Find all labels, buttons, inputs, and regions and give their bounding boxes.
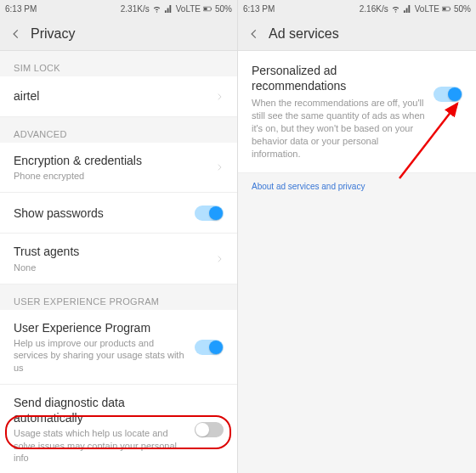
status-bar: 6:13 PM 2.16K/s VoLTE 50% bbox=[238, 0, 476, 17]
page-title: Privacy bbox=[31, 26, 75, 42]
row-user-experience-program[interactable]: User Experience Program Help us improve … bbox=[0, 310, 237, 385]
status-battery-pct: 50% bbox=[454, 4, 471, 14]
row-airtel[interactable]: airtel bbox=[0, 76, 237, 117]
about-ad-services-link[interactable]: About ad services and privacy bbox=[238, 173, 476, 200]
row-title: User Experience Program bbox=[14, 320, 188, 335]
svg-rect-4 bbox=[450, 8, 450, 9]
row-title: Trust agents bbox=[14, 244, 208, 259]
battery-icon bbox=[442, 4, 451, 14]
row-trust-agents[interactable]: Trust agents None bbox=[0, 234, 237, 284]
toggle-show-passwords[interactable] bbox=[195, 206, 224, 221]
header: Privacy bbox=[0, 17, 237, 51]
header: Ad services bbox=[238, 17, 476, 51]
row-title: Show passwords bbox=[14, 206, 188, 221]
chevron-left-icon bbox=[10, 28, 22, 40]
wifi-icon bbox=[391, 4, 400, 14]
section-advanced: ADVANCED bbox=[0, 117, 237, 143]
chevron-right-icon bbox=[215, 160, 224, 175]
signal-icon bbox=[164, 4, 173, 14]
row-personalized-ads[interactable]: Personalized ad recommendations When the… bbox=[238, 51, 476, 173]
row-subtitle: Usage stats which help us locate and sol… bbox=[14, 427, 188, 464]
page-title: Ad services bbox=[269, 26, 339, 42]
phone-privacy: 6:13 PM 2.31K/s VoLTE 50% Privacy SIM LO… bbox=[0, 0, 238, 473]
toggle-personalized-ads[interactable] bbox=[434, 87, 462, 102]
signal-icon bbox=[403, 4, 412, 14]
status-time: 6:13 PM bbox=[5, 4, 37, 14]
status-battery-pct: 50% bbox=[215, 4, 232, 14]
chevron-left-icon bbox=[248, 28, 260, 40]
row-subtitle: Phone encrypted bbox=[14, 170, 208, 182]
status-netspeed: 2.31K/s bbox=[121, 4, 150, 14]
status-bar: 6:13 PM 2.31K/s VoLTE 50% bbox=[0, 0, 237, 17]
row-title: Personalized ad recommendations bbox=[252, 63, 425, 93]
row-title: airtel bbox=[14, 88, 208, 104]
chevron-right-icon bbox=[215, 89, 224, 104]
chevron-right-icon bbox=[215, 251, 224, 267]
back-button[interactable] bbox=[7, 25, 26, 43]
status-volte: VoLTE bbox=[176, 4, 201, 14]
row-subtitle: None bbox=[14, 262, 208, 273]
status-right: 2.31K/s VoLTE 50% bbox=[121, 4, 232, 14]
section-uep: USER EXPERIENCE PROGRAM bbox=[0, 284, 237, 310]
back-button[interactable] bbox=[245, 25, 264, 43]
section-sim-lock: SIM LOCK bbox=[0, 51, 237, 76]
toggle-diagnostic[interactable] bbox=[195, 422, 224, 437]
svg-rect-2 bbox=[204, 8, 207, 10]
row-title: Encryption & credentials bbox=[14, 153, 208, 168]
row-encryption[interactable]: Encryption & credentials Phone encrypted bbox=[0, 143, 237, 193]
status-time: 6:13 PM bbox=[243, 4, 275, 14]
row-subtitle: When the recommendations are off, you'll… bbox=[252, 97, 425, 160]
status-netspeed: 2.16K/s bbox=[360, 4, 388, 14]
svg-rect-1 bbox=[211, 8, 212, 9]
row-send-diagnostic[interactable]: Send diagnostic data automatically Usage… bbox=[0, 385, 237, 473]
toggle-uep[interactable] bbox=[195, 340, 224, 355]
row-subtitle: Help us improve our products and service… bbox=[14, 337, 188, 374]
row-title: Send diagnostic data automatically bbox=[14, 395, 188, 425]
phone-ad-services: 6:13 PM 2.16K/s VoLTE 50% Ad services Pe… bbox=[238, 0, 476, 473]
status-volte: VoLTE bbox=[415, 4, 439, 14]
row-show-passwords[interactable]: Show passwords bbox=[0, 193, 237, 234]
wifi-icon bbox=[152, 4, 162, 14]
svg-rect-5 bbox=[443, 8, 446, 10]
status-right: 2.16K/s VoLTE 50% bbox=[360, 4, 471, 14]
battery-icon bbox=[203, 4, 212, 14]
